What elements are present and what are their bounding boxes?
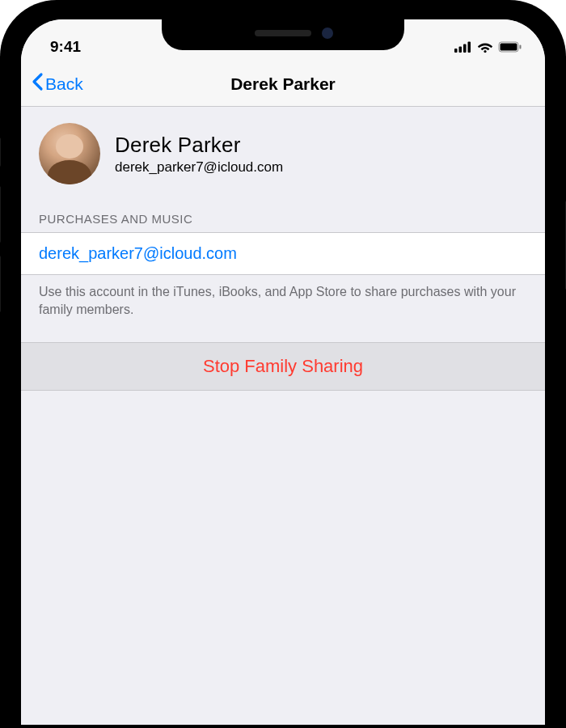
mute-switch xyxy=(0,138,1,167)
profile-email: derek_parker7@icloud.com xyxy=(115,159,283,176)
navigation-bar: Back Derek Parker xyxy=(21,61,545,107)
svg-rect-7 xyxy=(520,45,522,49)
svg-rect-1 xyxy=(459,47,463,53)
battery-icon xyxy=(498,41,522,53)
profile-header: Derek Parker derek_parker7@icloud.com xyxy=(21,107,545,207)
svg-rect-6 xyxy=(501,44,517,51)
svg-rect-0 xyxy=(454,49,458,53)
svg-point-4 xyxy=(484,50,486,53)
screen: 9:41 xyxy=(21,19,545,725)
front-camera xyxy=(322,28,333,39)
volume-up-button xyxy=(0,186,1,243)
phone-frame: 9:41 xyxy=(0,0,566,728)
svg-rect-2 xyxy=(463,44,467,53)
page-title: Derek Parker xyxy=(230,74,336,94)
back-label: Back xyxy=(45,74,83,94)
svg-rect-3 xyxy=(468,42,471,53)
device-notch xyxy=(162,16,404,50)
profile-info: Derek Parker derek_parker7@icloud.com xyxy=(115,133,283,176)
status-indicators xyxy=(454,41,522,53)
purchases-account-value: derek_parker7@icloud.com xyxy=(39,244,237,262)
purchases-account-row[interactable]: derek_parker7@icloud.com xyxy=(21,232,545,275)
cellular-signal-icon xyxy=(454,41,472,53)
avatar xyxy=(39,123,100,184)
speaker-grille xyxy=(255,30,311,36)
wifi-icon xyxy=(477,41,493,53)
stop-family-sharing-button[interactable]: Stop Family Sharing xyxy=(21,342,545,391)
status-time: 9:41 xyxy=(50,38,123,56)
purchases-section-footer: Use this account in the iTunes, iBooks, … xyxy=(21,275,545,342)
chevron-left-icon xyxy=(31,72,44,95)
back-button[interactable]: Back xyxy=(31,72,83,95)
stop-family-sharing-label: Stop Family Sharing xyxy=(203,356,363,376)
volume-down-button xyxy=(0,256,1,312)
profile-name: Derek Parker xyxy=(115,133,283,158)
purchases-section-header: PURCHASES AND MUSIC xyxy=(21,207,545,232)
